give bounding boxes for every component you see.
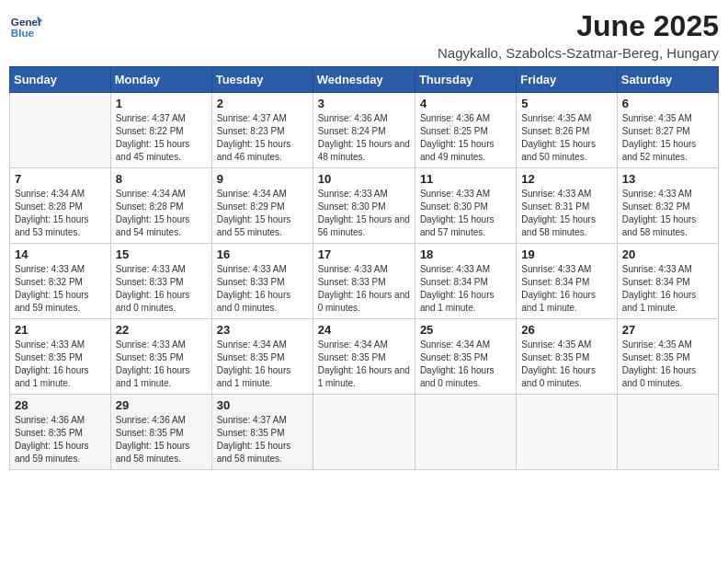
header-monday: Monday: [110, 67, 211, 93]
day-info: Sunrise: 4:33 AM Sunset: 8:31 PM Dayligh…: [521, 188, 611, 239]
day-number: 22: [116, 323, 207, 337]
calendar-week-row: 21 Sunrise: 4:33 AM Sunset: 8:35 PM Dayl…: [10, 319, 719, 395]
table-row: 22 Sunrise: 4:33 AM Sunset: 8:35 PM Dayl…: [110, 319, 211, 395]
day-number: 3: [318, 97, 410, 110]
day-number: 26: [521, 323, 611, 337]
day-info: Sunrise: 4:34 AM Sunset: 8:29 PM Dayligh…: [217, 188, 308, 239]
day-info: Sunrise: 4:33 AM Sunset: 8:33 PM Dayligh…: [217, 263, 308, 315]
day-number: 18: [420, 247, 511, 261]
table-row: 4 Sunrise: 4:36 AM Sunset: 8:25 PM Dayli…: [415, 93, 516, 168]
logo: General Blue: [9, 9, 42, 42]
table-row: 9 Sunrise: 4:34 AM Sunset: 8:29 PM Dayli…: [211, 168, 313, 244]
calendar-week-row: 28 Sunrise: 4:36 AM Sunset: 8:35 PM Dayl…: [10, 395, 719, 470]
calendar-week-row: 7 Sunrise: 4:34 AM Sunset: 8:28 PM Dayli…: [10, 168, 719, 244]
table-row: 29 Sunrise: 4:36 AM Sunset: 8:35 PM Dayl…: [110, 395, 211, 470]
day-info: Sunrise: 4:37 AM Sunset: 8:35 PM Dayligh…: [217, 414, 308, 465]
day-info: Sunrise: 4:36 AM Sunset: 8:24 PM Dayligh…: [318, 112, 410, 164]
day-info: Sunrise: 4:33 AM Sunset: 8:34 PM Dayligh…: [420, 263, 511, 315]
day-number: 20: [622, 247, 713, 261]
day-number: 12: [521, 172, 611, 186]
day-info: Sunrise: 4:33 AM Sunset: 8:32 PM Dayligh…: [622, 188, 713, 239]
day-info: Sunrise: 4:36 AM Sunset: 8:35 PM Dayligh…: [116, 414, 207, 465]
day-info: Sunrise: 4:34 AM Sunset: 8:28 PM Dayligh…: [15, 188, 106, 239]
day-number: 24: [318, 323, 410, 337]
logo-icon: General Blue: [9, 9, 42, 42]
day-number: 11: [420, 172, 511, 186]
table-row: [10, 93, 111, 168]
day-number: 23: [217, 323, 308, 337]
table-row: [517, 395, 617, 470]
day-number: 17: [318, 247, 410, 261]
header-saturday: Saturday: [617, 67, 718, 93]
table-row: 8 Sunrise: 4:34 AM Sunset: 8:28 PM Dayli…: [110, 168, 211, 244]
day-number: 13: [622, 172, 713, 186]
day-number: 2: [217, 97, 308, 110]
table-row: 6 Sunrise: 4:35 AM Sunset: 8:27 PM Dayli…: [617, 93, 718, 168]
table-row: 14 Sunrise: 4:33 AM Sunset: 8:32 PM Dayl…: [10, 244, 111, 319]
day-number: 25: [420, 323, 511, 337]
day-info: Sunrise: 4:33 AM Sunset: 8:34 PM Dayligh…: [622, 263, 713, 315]
day-number: 6: [622, 97, 713, 110]
table-row: 15 Sunrise: 4:33 AM Sunset: 8:33 PM Dayl…: [110, 244, 211, 319]
table-row: 25 Sunrise: 4:34 AM Sunset: 8:35 PM Dayl…: [415, 319, 516, 395]
day-number: 9: [217, 172, 308, 186]
day-number: 15: [116, 247, 207, 261]
table-row: 19 Sunrise: 4:33 AM Sunset: 8:34 PM Dayl…: [517, 244, 617, 319]
table-row: 2 Sunrise: 4:37 AM Sunset: 8:23 PM Dayli…: [211, 93, 313, 168]
table-row: 18 Sunrise: 4:33 AM Sunset: 8:34 PM Dayl…: [415, 244, 516, 319]
day-info: Sunrise: 4:34 AM Sunset: 8:35 PM Dayligh…: [318, 339, 410, 390]
title-section: June 2025 Nagykallo, Szabolcs-Szatmar-Be…: [438, 9, 719, 61]
day-info: Sunrise: 4:33 AM Sunset: 8:30 PM Dayligh…: [318, 188, 410, 239]
page-header: General Blue June 2025 Nagykallo, Szabol…: [9, 9, 719, 61]
table-row: 24 Sunrise: 4:34 AM Sunset: 8:35 PM Dayl…: [313, 319, 415, 395]
day-info: Sunrise: 4:33 AM Sunset: 8:30 PM Dayligh…: [420, 188, 511, 239]
day-number: 10: [318, 172, 410, 186]
header-friday: Friday: [517, 67, 617, 93]
header-thursday: Thursday: [415, 67, 516, 93]
table-row: 1 Sunrise: 4:37 AM Sunset: 8:22 PM Dayli…: [110, 93, 211, 168]
table-row: [313, 395, 415, 470]
table-row: 13 Sunrise: 4:33 AM Sunset: 8:32 PM Dayl…: [617, 168, 718, 244]
day-info: Sunrise: 4:33 AM Sunset: 8:32 PM Dayligh…: [15, 263, 106, 315]
day-info: Sunrise: 4:35 AM Sunset: 8:27 PM Dayligh…: [622, 112, 713, 164]
table-row: 7 Sunrise: 4:34 AM Sunset: 8:28 PM Dayli…: [10, 168, 111, 244]
day-info: Sunrise: 4:35 AM Sunset: 8:35 PM Dayligh…: [521, 339, 611, 390]
day-info: Sunrise: 4:37 AM Sunset: 8:23 PM Dayligh…: [217, 112, 308, 164]
day-number: 28: [15, 398, 106, 412]
day-number: 1: [116, 97, 207, 110]
day-info: Sunrise: 4:36 AM Sunset: 8:35 PM Dayligh…: [15, 414, 106, 465]
day-number: 14: [15, 247, 106, 261]
table-row: 30 Sunrise: 4:37 AM Sunset: 8:35 PM Dayl…: [211, 395, 313, 470]
table-row: [415, 395, 516, 470]
svg-text:Blue: Blue: [11, 27, 35, 39]
day-number: 21: [15, 323, 106, 337]
table-row: 10 Sunrise: 4:33 AM Sunset: 8:30 PM Dayl…: [313, 168, 415, 244]
day-number: 29: [116, 398, 207, 412]
calendar-week-row: 14 Sunrise: 4:33 AM Sunset: 8:32 PM Dayl…: [10, 244, 719, 319]
day-info: Sunrise: 4:34 AM Sunset: 8:28 PM Dayligh…: [116, 188, 207, 239]
day-number: 5: [521, 97, 611, 110]
table-row: 27 Sunrise: 4:35 AM Sunset: 8:35 PM Dayl…: [617, 319, 718, 395]
day-number: 19: [521, 247, 611, 261]
month-title: June 2025: [438, 9, 719, 43]
calendar-week-row: 1 Sunrise: 4:37 AM Sunset: 8:22 PM Dayli…: [10, 93, 719, 168]
table-row: 12 Sunrise: 4:33 AM Sunset: 8:31 PM Dayl…: [517, 168, 617, 244]
day-number: 7: [15, 172, 106, 186]
day-info: Sunrise: 4:36 AM Sunset: 8:25 PM Dayligh…: [420, 112, 511, 164]
day-info: Sunrise: 4:34 AM Sunset: 8:35 PM Dayligh…: [217, 339, 308, 390]
location-title: Nagykallo, Szabolcs-Szatmar-Bereg, Hunga…: [438, 45, 719, 61]
table-row: [617, 395, 718, 470]
header-tuesday: Tuesday: [211, 67, 313, 93]
day-info: Sunrise: 4:33 AM Sunset: 8:33 PM Dayligh…: [318, 263, 410, 315]
header-wednesday: Wednesday: [313, 67, 415, 93]
calendar-header-row: Sunday Monday Tuesday Wednesday Thursday…: [10, 67, 719, 93]
day-number: 4: [420, 97, 511, 110]
table-row: 3 Sunrise: 4:36 AM Sunset: 8:24 PM Dayli…: [313, 93, 415, 168]
table-row: 16 Sunrise: 4:33 AM Sunset: 8:33 PM Dayl…: [211, 244, 313, 319]
day-info: Sunrise: 4:33 AM Sunset: 8:34 PM Dayligh…: [521, 263, 611, 315]
table-row: 21 Sunrise: 4:33 AM Sunset: 8:35 PM Dayl…: [10, 319, 111, 395]
day-number: 27: [622, 323, 713, 337]
header-sunday: Sunday: [10, 67, 111, 93]
day-info: Sunrise: 4:34 AM Sunset: 8:35 PM Dayligh…: [420, 339, 511, 390]
calendar-table: Sunday Monday Tuesday Wednesday Thursday…: [9, 66, 719, 470]
